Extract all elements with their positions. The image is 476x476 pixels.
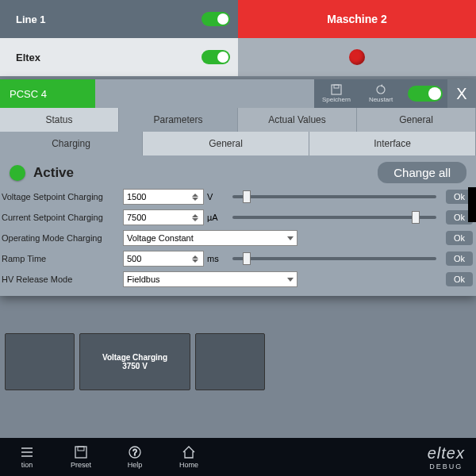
param-unit: V (204, 192, 226, 202)
param-slider[interactable] (232, 257, 436, 260)
tab-actual-values[interactable]: Actual Values (238, 108, 357, 132)
param-input[interactable]: 7500 (123, 209, 204, 225)
restart-icon (374, 84, 387, 95)
settings-panel: PCSC 4 Speichern Neustart X Status Param… (0, 79, 476, 296)
menu-icon (19, 445, 35, 459)
change-all-button[interactable]: Change all (378, 162, 466, 183)
svg-rect-3 (75, 447, 86, 458)
subtab-general[interactable]: General (143, 132, 309, 155)
side-black-bar (468, 187, 476, 222)
chevron-down-icon (287, 236, 294, 240)
help-icon: ? (127, 445, 143, 459)
save-icon (330, 84, 343, 95)
status-indicator-red (349, 49, 365, 65)
tab-parameters[interactable]: Parameters (119, 108, 238, 132)
svg-rect-0 (332, 85, 341, 94)
nav-preset[interactable]: Preset (54, 445, 108, 469)
param-label: Current Setpoint Charging (0, 213, 123, 222)
param-row: Voltage Setpoint Charging1500VOk (0, 186, 476, 207)
svg-point-2 (377, 86, 385, 94)
eltex-bar[interactable]: Eltex (0, 38, 238, 76)
spinner-icon[interactable] (192, 190, 200, 203)
nav-home[interactable]: Home (162, 445, 216, 469)
brand-sub: DEBUG (429, 463, 463, 470)
line1-bar[interactable]: Line 1 (0, 0, 238, 38)
empty-card-2[interactable] (195, 333, 265, 390)
param-label: Ramp Time (0, 254, 123, 263)
brand-logo: eltex (428, 444, 465, 463)
panel-toggle[interactable] (408, 86, 443, 102)
line1-label: Line 1 (16, 13, 46, 25)
maschine-bar[interactable]: Maschine 2 (238, 0, 476, 38)
active-indicator (10, 165, 25, 181)
param-select[interactable]: Voltage Constant (123, 230, 298, 246)
spinner-icon[interactable] (192, 211, 200, 224)
preset-icon (73, 445, 89, 459)
param-row: Ramp Time500msOk (0, 248, 476, 269)
maschine-label: Maschine 2 (327, 13, 386, 25)
save-button[interactable]: Speichern (314, 83, 359, 105)
spinner-icon[interactable] (192, 252, 200, 265)
subtab-charging[interactable]: Charging (0, 132, 143, 155)
param-row: Operating Mode ChargingVoltage ConstantO… (0, 228, 476, 248)
param-slider[interactable] (232, 195, 436, 198)
param-label: Voltage Setpoint Charging (0, 192, 123, 202)
bottom-nav: tion Preset ? Help Home eltex DEBUG (0, 438, 476, 476)
home-icon (181, 445, 197, 459)
voltage-card[interactable]: Voltage Charging 3750 V (79, 333, 190, 390)
eltex-toggle[interactable] (202, 50, 230, 64)
maschine-status-bar (238, 38, 476, 76)
status-label: Active (33, 165, 74, 181)
chevron-down-icon (287, 278, 294, 282)
ok-button[interactable]: Ok (446, 272, 473, 286)
param-input[interactable]: 500 (123, 251, 204, 267)
param-label: HV Release Mode (0, 274, 123, 284)
restart-button[interactable]: Neustart (359, 83, 403, 105)
param-slider[interactable] (232, 216, 436, 219)
param-row: Current Setpoint Charging7500µAOk (0, 207, 476, 228)
subtab-interface[interactable]: Interface (309, 132, 476, 155)
param-unit: ms (204, 254, 226, 263)
param-select[interactable]: Fieldbus (123, 271, 298, 287)
empty-card-1[interactable] (5, 333, 75, 390)
tab-status[interactable]: Status (0, 108, 119, 132)
card-title: Voltage Charging (102, 353, 167, 362)
tab-general[interactable]: General (357, 108, 476, 132)
ok-button[interactable]: Ok (446, 231, 473, 245)
svg-rect-4 (78, 447, 84, 451)
ok-button[interactable]: Ok (446, 251, 473, 266)
nav-help[interactable]: ? Help (108, 445, 162, 469)
param-unit: µA (204, 213, 226, 222)
line1-toggle[interactable] (202, 12, 230, 26)
param-input[interactable]: 1500 (123, 189, 204, 205)
card-value: 3750 V (122, 362, 148, 370)
param-row: HV Release ModeFieldbusOk (0, 269, 476, 290)
svg-text:?: ? (132, 448, 137, 457)
nav-tion[interactable]: tion (0, 445, 54, 469)
close-button[interactable]: X (447, 79, 476, 108)
brand: eltex DEBUG (428, 444, 476, 470)
eltex-label: Eltex (16, 52, 40, 63)
param-label: Operating Mode Charging (0, 233, 123, 243)
pcsc-tab[interactable]: PCSC 4 (0, 79, 95, 108)
